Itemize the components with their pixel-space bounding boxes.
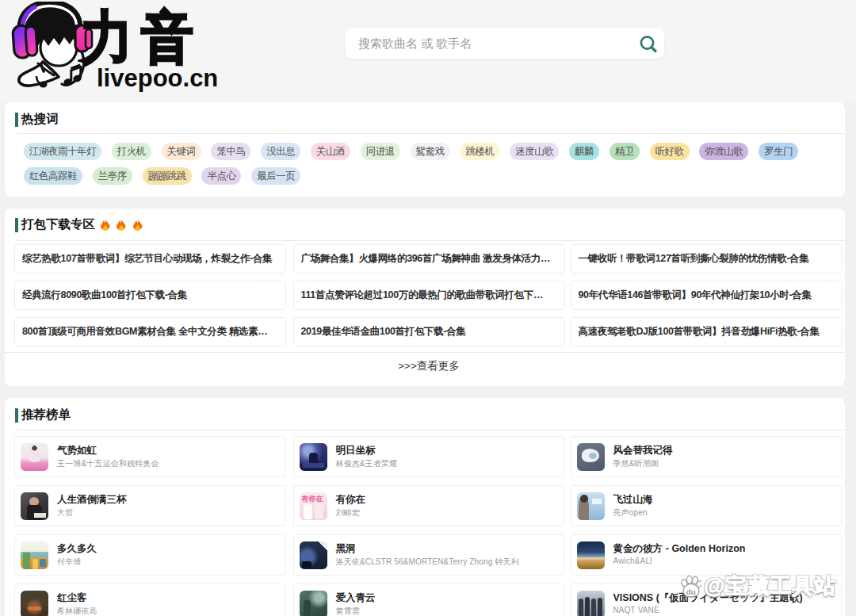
svg-text:du: du [686,587,696,595]
